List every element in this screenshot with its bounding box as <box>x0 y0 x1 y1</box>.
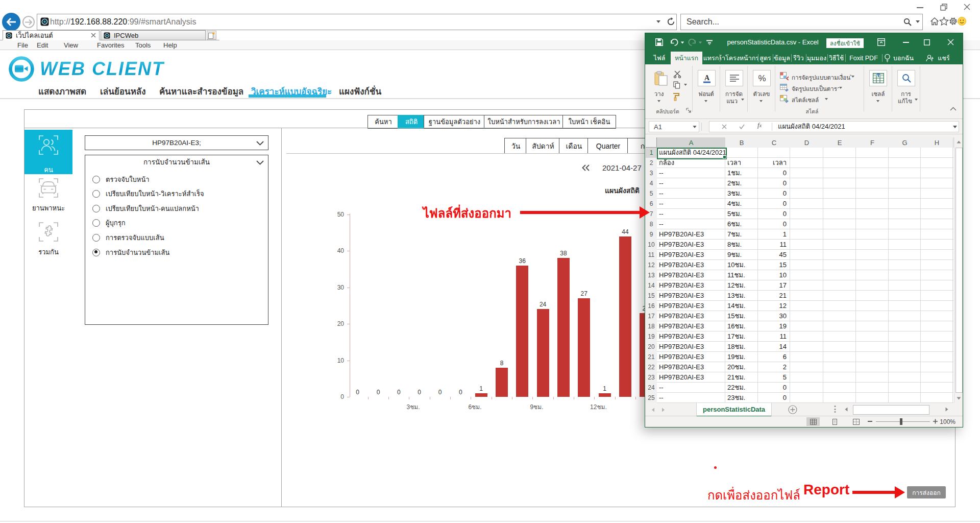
cell-C23[interactable]: 5 <box>758 372 787 383</box>
copy-icon[interactable] <box>673 81 680 89</box>
nav-tab-4[interactable]: แผงฟังก์ชั่น <box>339 84 386 97</box>
number-format-button[interactable]: % <box>753 70 771 86</box>
excel-grid[interactable]: แผนผังสถิติ 04/24/2021กล้องเวลาเวลา--1ชม… <box>657 148 953 403</box>
radio-button[interactable] <box>92 234 100 242</box>
radio-option-5[interactable]: การนับจำนวนข้ามเส้น <box>92 245 169 260</box>
cells-caret[interactable] <box>876 100 879 102</box>
excel-ribbon-tab-6[interactable]: รีวิว <box>791 52 806 64</box>
excel-ribbon-tab-3[interactable]: เค้าโครงหน้ากระ <box>720 52 758 64</box>
cell-C9[interactable]: 1 <box>758 229 787 240</box>
row-header-16[interactable]: 16 <box>646 301 657 312</box>
row-header-20[interactable]: 20 <box>646 342 657 352</box>
row-header-3[interactable]: 3 <box>646 168 657 179</box>
zoom-slider-thumb[interactable] <box>900 418 902 425</box>
excel-ribbon-tab-9[interactable]: Foxit PDF <box>845 52 882 64</box>
cell-C16[interactable]: 12 <box>758 301 787 311</box>
row-header-12[interactable]: 12 <box>646 260 657 271</box>
column-header-F[interactable]: F <box>856 137 889 148</box>
format-as-table-icon[interactable] <box>780 84 789 92</box>
hscroll-left-arrow[interactable] <box>842 405 850 414</box>
excel-ribbon-tab-0[interactable]: ไฟล์ <box>650 52 669 64</box>
cell-C19[interactable]: 11 <box>758 331 787 342</box>
collapse-ribbon-icon[interactable] <box>950 107 957 111</box>
menu-item-edit[interactable]: Edit <box>37 41 48 49</box>
cut-icon[interactable] <box>673 70 682 78</box>
font-caret[interactable] <box>704 100 707 102</box>
row-header-2[interactable]: 2 <box>646 158 657 169</box>
row-header-8[interactable]: 8 <box>646 219 657 230</box>
excel-share-tab[interactable]: แชร์ <box>935 52 952 64</box>
conditional-formatting-icon[interactable] <box>780 72 789 80</box>
tab-close-icon[interactable] <box>90 32 96 38</box>
sidebar-item-vehicle[interactable]: ยานพาหนะ <box>24 178 72 210</box>
page-break-view-button[interactable] <box>849 417 863 426</box>
cell-C6[interactable]: 0 <box>758 199 787 209</box>
redo-icon[interactable] <box>688 39 696 46</box>
scroll-up-arrow[interactable] <box>954 137 963 147</box>
radio-button[interactable] <box>92 249 100 256</box>
window-close-button[interactable] <box>964 4 970 10</box>
undo-icon[interactable] <box>670 39 678 46</box>
vertical-scrollbar-thumb[interactable] <box>955 148 963 393</box>
column-header-B[interactable]: B <box>725 137 758 148</box>
nav-tab-1[interactable]: เล่นย้อนหลัง <box>100 84 148 97</box>
cell-C17[interactable]: 30 <box>758 311 787 321</box>
search-dropdown-caret[interactable] <box>916 20 920 23</box>
excel-close-button[interactable] <box>947 39 954 45</box>
browser-forward-button[interactable] <box>22 16 35 28</box>
row-header-15[interactable]: 15 <box>646 291 657 301</box>
alignment-caret[interactable] <box>741 99 744 101</box>
export-button[interactable]: การส่งออก <box>907 486 946 498</box>
row-header-19[interactable]: 19 <box>646 331 657 342</box>
scroll-down-arrow[interactable] <box>954 394 963 403</box>
column-header-C[interactable]: C <box>758 137 791 148</box>
subtab-4[interactable]: ใบหน้า เช็คอิน <box>562 115 616 129</box>
excel-ribbon-tab-10[interactable]: บอกฉัน <box>893 52 914 64</box>
column-header-G[interactable]: G <box>889 137 921 148</box>
subtab-0[interactable]: ค้นหา <box>368 115 399 129</box>
paste-caret[interactable] <box>657 100 660 102</box>
sheetbar-more-icon[interactable]: ••• <box>834 405 836 414</box>
type-select[interactable]: การนับจำนวนข้ามเส้น <box>85 155 268 170</box>
cell-C8[interactable]: 0 <box>758 219 787 229</box>
excel-titlebar[interactable]: personStatisticData.csv - Excel ลงชื่อเข… <box>645 33 963 52</box>
add-sheet-icon[interactable] <box>788 405 797 414</box>
zoom-slider-track[interactable] <box>876 421 930 422</box>
menu-item-tools[interactable]: Tools <box>135 41 151 49</box>
row-header-1[interactable]: 1 <box>646 148 658 158</box>
column-header-A[interactable]: A <box>657 137 726 149</box>
zoom-level[interactable]: 100% <box>940 418 955 425</box>
excel-maximize-button[interactable] <box>924 39 930 45</box>
nav-tab-0[interactable]: แสดงภาพสด <box>38 84 87 97</box>
row-header-14[interactable]: 14 <box>646 280 657 291</box>
format-painter-icon[interactable] <box>672 92 681 101</box>
hscroll-right-arrow[interactable] <box>943 405 951 414</box>
radio-option-1[interactable]: เปรียบเทียบใบหน้า-วิเคราะห์สำเร็จ <box>92 186 204 201</box>
cell-C1[interactable] <box>758 148 787 158</box>
sheet-nav-left-icon[interactable] <box>651 408 655 412</box>
row-header-5[interactable]: 5 <box>646 188 657 199</box>
radio-button[interactable] <box>92 219 100 227</box>
home-icon[interactable] <box>930 17 939 26</box>
date-prev-icon[interactable] <box>582 164 590 171</box>
radio-option-3[interactable]: ผู้บุกรุก <box>92 216 126 230</box>
favorites-star-icon[interactable] <box>939 16 949 26</box>
menu-item-file[interactable]: File <box>17 41 28 49</box>
browser-tab-webclient[interactable]: เว็ปไคลเอนต์ <box>3 30 100 40</box>
menu-item-help[interactable]: Help <box>163 41 177 49</box>
radio-option-2[interactable]: เปรียบเทียบใบหน้า-คนแปลกหน้า <box>92 201 199 216</box>
paste-icon[interactable] <box>654 71 668 86</box>
zoom-in-button[interactable] <box>933 418 938 424</box>
browser-tab-ipcweb[interactable]: IPCWeb <box>101 30 206 40</box>
cell-C12[interactable]: 15 <box>758 260 787 270</box>
sheet-nav-right-icon[interactable] <box>662 408 665 412</box>
address-dropdown-caret[interactable] <box>656 20 660 23</box>
name-box[interactable]: A1 <box>649 121 699 132</box>
cell-C14[interactable]: 17 <box>758 280 787 291</box>
cell-C4[interactable]: 0 <box>758 178 787 188</box>
cell-C2[interactable]: เวลา <box>758 158 787 168</box>
row-header-4[interactable]: 4 <box>646 178 657 189</box>
nav-tab-2[interactable]: ค้นหาและสำรองข้อมูล <box>159 84 244 97</box>
selection-fill-handle[interactable] <box>723 155 726 159</box>
editing-caret[interactable] <box>915 99 918 101</box>
